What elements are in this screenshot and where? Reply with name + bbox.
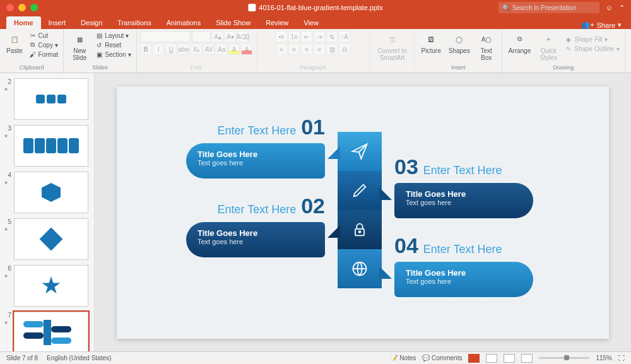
format-painter-button[interactable]: 🖌Format (28, 50, 60, 59)
outdent-button[interactable]: ⇤ (301, 31, 312, 42)
highlight-button[interactable]: A (228, 44, 240, 55)
slide-panel[interactable]: 2★ 3★ 4★ 5★ 6★ 7★ 8★ (0, 73, 95, 351)
tab-animations[interactable]: Animations (159, 16, 208, 29)
text-direction-button[interactable]: ↕A (339, 31, 350, 42)
spine-block-1 (338, 132, 382, 171)
layout-button[interactable]: ▤Layout▾ (94, 31, 132, 40)
item-01[interactable]: Enter Text Here 01 Title Goes Here Text … (186, 115, 325, 179)
sorter-view-button[interactable] (486, 354, 497, 363)
slide-canvas[interactable]: Enter Text Here 01 Title Goes Here Text … (117, 86, 609, 339)
strike-button[interactable]: abe (178, 44, 189, 55)
spine (338, 132, 382, 288)
indent-button[interactable]: ⇥ (314, 31, 325, 42)
item-02[interactable]: Enter Text Here 02 Title Goes Here Text … (186, 194, 325, 257)
tab-review[interactable]: Review (258, 16, 296, 29)
group-label: Font (191, 64, 202, 71)
line-spacing-button[interactable]: ⇅ (326, 31, 338, 42)
italic-button[interactable]: I (153, 44, 164, 55)
chevron-down-icon: ▾ (55, 42, 58, 49)
zoom-slider[interactable] (539, 357, 589, 359)
enter-text: Enter Text Here (217, 124, 296, 138)
new-slide-button[interactable]: ▦ New Slide (68, 31, 91, 62)
thumb-2[interactable]: 2★ (0, 76, 94, 122)
fit-to-window-button[interactable]: ⛶ (618, 355, 625, 361)
group-clipboard: 📋 Paste ✂Cut ⧉Copy▾ 🖌Format Clipboard (0, 29, 64, 73)
shape-fill-button[interactable]: ◆Shape Fill▾ (563, 35, 620, 44)
ribbon-toggle-icon[interactable]: ⌃ (619, 4, 625, 12)
slideshow-view-button[interactable] (521, 354, 533, 363)
font-color-button[interactable]: A (241, 44, 252, 55)
font-family-select[interactable] (140, 31, 191, 42)
casechange-button[interactable]: Aa (216, 44, 227, 55)
group-paragraph: •≡ 1≡ ⇤ ⇥ ⇅ ↕A ≡ ≡ ≡ ≡ ▥ ⊟ Paragraph (257, 29, 370, 73)
fill-icon: ◆ (565, 35, 572, 43)
convert-smartart-button[interactable]: ◫ Convert to SmartArt (374, 31, 411, 62)
columns-button[interactable]: ▥ (326, 44, 338, 55)
textbox-button[interactable]: A▢Text Box (475, 31, 498, 62)
slide-indicator: Slide 7 of 8 (6, 355, 38, 361)
tab-slideshow[interactable]: Slide Show (208, 16, 258, 29)
format-painter-icon: 🖌 (29, 50, 37, 58)
bold-button[interactable]: B (140, 44, 151, 55)
cut-icon: ✂ (29, 32, 37, 39)
search-placeholder: Search in Presentation (512, 4, 576, 11)
item-04[interactable]: 04 Enter Text Here Title Goes Here Text … (394, 233, 533, 297)
thumb-7[interactable]: 7★ (0, 309, 94, 351)
picture-button[interactable]: 🖼Picture (419, 31, 444, 56)
thumb-6[interactable]: 6★ (0, 262, 94, 309)
cut-button[interactable]: ✂Cut (28, 31, 60, 40)
share-button[interactable]: 👥+ Share ▾ (581, 21, 622, 29)
justify-button[interactable]: ≡ (314, 44, 325, 55)
align-text-button[interactable]: ⊟ (339, 44, 350, 55)
underline-button[interactable]: U (165, 44, 177, 55)
minimize-window-button[interactable] (18, 4, 26, 11)
item-title: Title Goes Here (198, 228, 314, 238)
tab-design[interactable]: Design (73, 16, 110, 29)
canvas-area[interactable]: Enter Text Here 01 Title Goes Here Text … (95, 73, 631, 351)
shapes-button[interactable]: ◯Shapes (446, 31, 473, 56)
outline-icon: ✎ (565, 45, 572, 52)
reset-button[interactable]: ↺Reset (94, 40, 132, 49)
zoom-level[interactable]: 115% (596, 355, 612, 361)
tab-transitions[interactable]: Transitions (110, 16, 158, 29)
close-window-button[interactable] (6, 4, 14, 11)
reading-view-button[interactable] (504, 354, 515, 363)
normal-view-button[interactable] (468, 354, 480, 363)
fullscreen-window-button[interactable] (30, 4, 38, 11)
item-sub: Text goes here (406, 199, 522, 206)
search-input[interactable]: 🔍 Search in Presentation (498, 2, 599, 13)
align-left-button[interactable]: ≡ (276, 44, 287, 55)
clear-format-button[interactable]: A⌫ (237, 31, 249, 42)
align-center-button[interactable]: ≡ (288, 44, 300, 55)
decrease-font-button[interactable]: A▾ (225, 31, 236, 42)
thumb-4[interactable]: 4★ (0, 169, 94, 216)
spacing-button[interactable]: AV (203, 44, 215, 55)
reset-icon: ↺ (95, 41, 103, 49)
align-right-button[interactable]: ≡ (301, 44, 312, 55)
item-03[interactable]: 03 Enter Text Here Title Goes Here Text … (394, 155, 533, 218)
language-indicator[interactable]: English (United States) (47, 355, 111, 361)
tab-view[interactable]: View (296, 16, 326, 29)
font-size-select[interactable] (192, 31, 211, 42)
paste-button[interactable]: 📋 Paste (4, 31, 25, 56)
notes-button[interactable]: 📝 Notes (390, 355, 416, 361)
numbering-button[interactable]: 1≡ (288, 31, 300, 42)
tab-home[interactable]: Home (6, 16, 41, 29)
comments-button[interactable]: 💬 Comments (422, 355, 462, 361)
thumb-3[interactable]: 3★ (0, 122, 94, 169)
group-font: A▴ A▾ A⌫ B I U abe X₂ AV Aa A A Font (137, 29, 257, 73)
tab-insert[interactable]: Insert (41, 16, 74, 29)
section-button[interactable]: ▣Section▾ (94, 50, 132, 59)
arrange-button[interactable]: ⧉Arrange (506, 31, 534, 56)
copy-button[interactable]: ⧉Copy▾ (28, 40, 60, 49)
lock-icon (351, 221, 369, 238)
increase-font-button[interactable]: A▴ (212, 31, 223, 42)
bullets-button[interactable]: •≡ (276, 31, 287, 42)
feedback-icon[interactable]: ☺ (606, 4, 613, 11)
subscript-button[interactable]: X₂ (191, 44, 202, 55)
spine-block-2 (338, 171, 382, 210)
shape-outline-button[interactable]: ✎Shape Outline▾ (563, 44, 620, 53)
quick-styles-button[interactable]: ✦Quick Styles (536, 31, 561, 62)
thumb-5[interactable]: 5★ (0, 216, 94, 262)
group-slides: ▦ New Slide ▤Layout▾ ↺Reset ▣Section▾ Sl… (64, 29, 136, 73)
